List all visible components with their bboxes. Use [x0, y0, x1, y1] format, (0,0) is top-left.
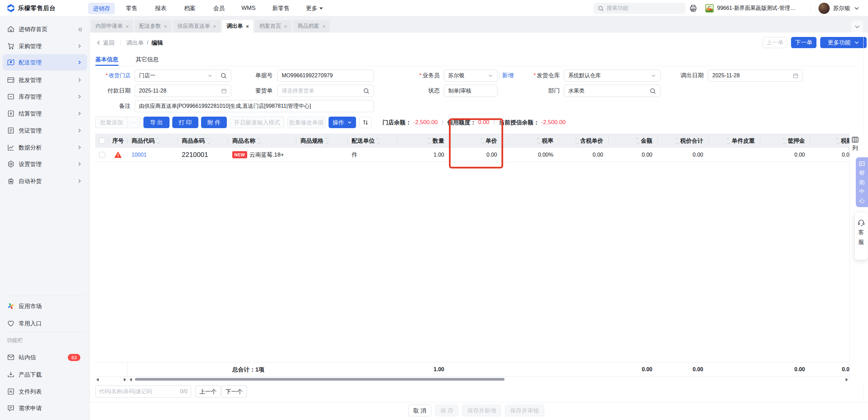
cancel-button[interactable]: 取 消: [408, 405, 431, 416]
sort-icon[interactable]: [636, 138, 639, 144]
sort-icon[interactable]: [156, 138, 159, 144]
column-header-qty[interactable]: 数量: [397, 134, 450, 148]
tab-internal-request[interactable]: 内部申请单×: [91, 20, 133, 33]
sidebar-item-favorites[interactable]: 常用入口: [3, 315, 87, 332]
sidebar-item-voucher[interactable]: 凭证管理: [3, 122, 87, 139]
field-label-receiving-store[interactable]: *收货门店: [83, 69, 131, 82]
prev-order-button[interactable]: 上一单: [763, 37, 787, 48]
column-header-name[interactable]: 商品名称: [228, 134, 296, 148]
nav-item-new-retail[interactable]: 新零售: [272, 0, 290, 16]
sidebar-item-stock[interactable]: 库存管理: [3, 88, 87, 105]
tab-product-archive[interactable]: 商品档案×: [293, 20, 330, 33]
tab-supplier-direct[interactable]: 供应商直送单×: [173, 20, 221, 33]
sort-icon[interactable]: [428, 138, 431, 144]
scroll-right-icon[interactable]: [124, 378, 126, 381]
sidebar-item-requirement[interactable]: 需求申请: [3, 400, 87, 416]
attachment-button[interactable]: 附 件: [201, 117, 227, 128]
row-price[interactable]: 0.00: [450, 148, 502, 162]
sidebar-item-app-market[interactable]: 应用市场: [3, 298, 87, 314]
back-chevron-icon[interactable]: [96, 40, 101, 45]
sidebar-item-purchase[interactable]: 采购管理: [3, 38, 87, 54]
receiving-store-select[interactable]: 门店一: [135, 69, 231, 82]
close-tab-icon[interactable]: ×: [213, 23, 216, 29]
sidebar-item-home[interactable]: 进销存首页: [3, 21, 87, 37]
help-center-tab[interactable]: 帮 助 中 心: [856, 157, 868, 207]
column-header-tax-rate[interactable]: 税率: [502, 134, 559, 148]
column-header-price-with-tax[interactable]: 含税单价: [559, 134, 609, 148]
warehouse-select[interactable]: 系统默认仓库: [564, 69, 660, 82]
tab-transfer-out[interactable]: 调出单×: [222, 20, 253, 33]
printer-icon[interactable]: [689, 4, 697, 13]
sort-icon[interactable]: [575, 138, 578, 144]
sidebar-item-auto-replenish[interactable]: 自动补货: [3, 173, 87, 189]
row-qty[interactable]: 1.00: [397, 148, 450, 162]
sidebar-item-analytics[interactable]: 数据分析: [3, 139, 87, 156]
more-functions-button[interactable]: 更多功能: [820, 37, 867, 48]
add-salesman-link[interactable]: 新增: [502, 69, 514, 82]
sort-icon[interactable]: [206, 138, 210, 144]
out-date-picker[interactable]: 2025-11-28: [708, 69, 803, 82]
column-header-tare[interactable]: 单件皮重: [709, 134, 760, 148]
pay-date-picker[interactable]: 2025-11-28: [135, 85, 231, 97]
sort-icon[interactable]: [257, 138, 260, 144]
sort-icon[interactable]: [537, 138, 540, 144]
scrollbar-thumb[interactable]: [135, 378, 505, 381]
sidebar-item-distribution[interactable]: 配送管理: [3, 54, 87, 71]
table-settings-button[interactable]: [359, 117, 372, 128]
next-order-button[interactable]: 下一单: [791, 37, 816, 48]
sidebar-item-messages[interactable]: 站内信 63: [3, 349, 87, 365]
nav-item-member[interactable]: 会员: [213, 0, 225, 16]
column-header-price[interactable]: 单价: [450, 134, 502, 148]
save-and-new-button[interactable]: 保存并新增: [462, 405, 501, 416]
sidebar-item-file-list[interactable]: 文件列表: [3, 383, 87, 400]
column-header-barcode[interactable]: 商品条码: [178, 134, 228, 148]
row-price-with-tax[interactable]: 0.00: [559, 148, 609, 162]
sidebar-item-product-download[interactable]: 产品下载: [3, 366, 87, 383]
sort-icon[interactable]: [376, 138, 379, 144]
sort-icon[interactable]: [836, 138, 839, 144]
department-input[interactable]: 水果类: [564, 85, 660, 97]
save-button[interactable]: 保 存: [435, 405, 458, 416]
sort-icon[interactable]: [481, 138, 484, 144]
sort-icon[interactable]: [783, 138, 786, 144]
column-settings-button[interactable]: 列: [851, 137, 860, 152]
operate-dropdown-button[interactable]: 操作: [329, 117, 356, 128]
sidebar-item-settings[interactable]: 设置管理: [3, 156, 87, 172]
sort-icon[interactable]: [675, 138, 678, 144]
breadcrumb-parent[interactable]: 调出单: [126, 39, 144, 47]
product-code-link[interactable]: 10001: [132, 152, 147, 158]
collapse-sidebar-icon[interactable]: [77, 27, 82, 32]
nav-item-archive[interactable]: 档案: [184, 0, 196, 16]
row-checkbox[interactable]: [95, 148, 108, 162]
nav-item-report[interactable]: 报表: [155, 0, 166, 16]
sidebar-item-settlement[interactable]: 结算管理: [3, 105, 87, 122]
nav-item-inventory[interactable]: 进销存: [88, 3, 115, 14]
select-all-checkbox[interactable]: [95, 134, 108, 148]
close-tab-icon[interactable]: ×: [322, 23, 326, 29]
close-tab-icon[interactable]: ×: [126, 23, 129, 29]
scroll-left-icon[interactable]: [130, 378, 132, 381]
tab-distribution-params[interactable]: 配送参数×: [135, 20, 172, 33]
export-button[interactable]: 导 出: [143, 117, 170, 128]
salesman-select[interactable]: 苏尔银: [444, 69, 497, 82]
sort-icon[interactable]: [325, 138, 328, 144]
search-icon[interactable]: [650, 88, 656, 94]
speed-input-mode-button[interactable]: 开启极速输入模式: [230, 117, 284, 128]
nav-item-more[interactable]: 更多: [306, 0, 323, 16]
column-header-unit[interactable]: 配送单位: [348, 134, 397, 148]
column-header-amount[interactable]: 金额: [609, 134, 658, 148]
back-link[interactable]: 返回: [103, 39, 115, 47]
save-and-audit-button[interactable]: 保存并审核: [505, 405, 544, 416]
sidebar-item-wholesale[interactable]: 批发管理: [3, 72, 87, 88]
order-no-input[interactable]: MO99661992270979: [277, 69, 374, 82]
global-search-input[interactable]: 搜索功能: [594, 3, 686, 14]
close-tab-icon[interactable]: ×: [246, 23, 249, 29]
batch-add-more-button[interactable]: ···: [128, 117, 140, 128]
store-switcher[interactable]: 99661-新界面果蔬版测试-管理…: [705, 0, 795, 16]
tab-archive-home[interactable]: 档案首页×: [255, 20, 292, 33]
quick-locate-input[interactable]: 代码|名称|条码|速记码 0/0: [95, 385, 191, 398]
close-tab-icon[interactable]: ×: [284, 23, 287, 29]
print-button[interactable]: 打 印: [172, 117, 198, 128]
nav-item-retail[interactable]: 零售: [126, 0, 137, 16]
batch-modify-button[interactable]: 批量修改单据: [287, 117, 326, 128]
